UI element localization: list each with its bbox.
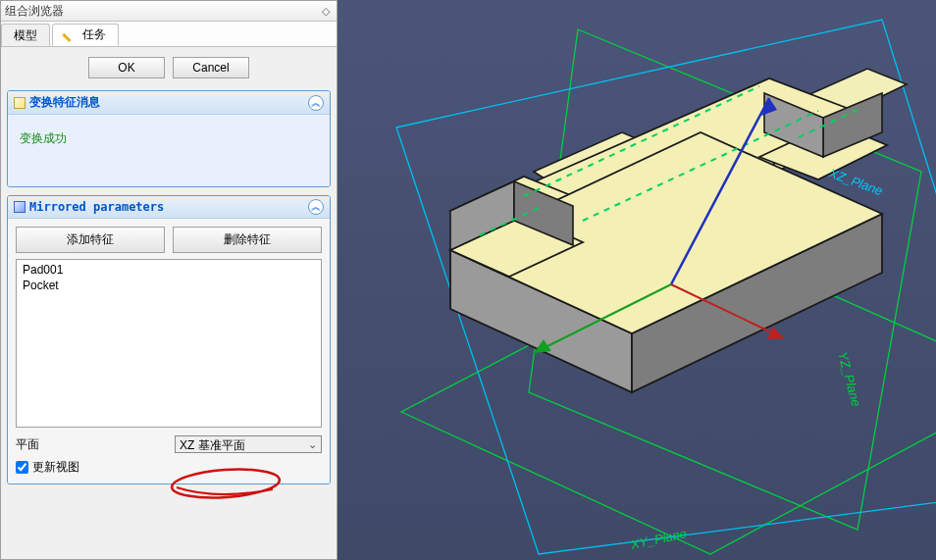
mirrored-params-body: 添加特征 删除特征 Pad001 Pocket 平面 XZ 基准平面 更新视图 [8, 219, 330, 484]
transform-message-group: 变换特征消息 ︽ 变换成功 [7, 90, 331, 187]
transform-message-body: 变换成功 [8, 115, 330, 186]
svg-marker-31 [767, 327, 784, 339]
transform-message-header[interactable]: 变换特征消息 ︽ [8, 91, 330, 115]
update-view-checkbox[interactable] [16, 461, 28, 474]
pencil-icon [62, 25, 81, 45]
tab-bar: 模型 任务 [1, 22, 337, 47]
part-body [450, 51, 887, 392]
list-item[interactable]: Pad001 [19, 262, 319, 278]
dialog-buttons: OK Cancel [7, 57, 331, 78]
cancel-button[interactable]: Cancel [173, 57, 249, 78]
update-view-label: 更新视图 [32, 459, 79, 476]
info-icon [14, 97, 26, 109]
3d-viewport[interactable]: XY_Plane YZ_Plane XZ_Plane [338, 0, 936, 560]
plane-label: 平面 [16, 436, 169, 453]
chevron-up-icon[interactable]: ︽ [308, 95, 324, 111]
tab-task-label: 任务 [82, 26, 106, 43]
remove-feature-button[interactable]: 删除特征 [173, 227, 322, 253]
feature-listbox[interactable]: Pad001 Pocket [16, 259, 322, 428]
task-content: OK Cancel 变换特征消息 ︽ 变换成功 Mirrored paramet… [1, 47, 337, 559]
add-feature-button[interactable]: 添加特征 [16, 227, 165, 253]
mirrored-params-group: Mirrored parameters ︽ 添加特征 删除特征 Pad001 P… [7, 195, 331, 484]
mirrored-params-title: Mirrored parameters [29, 200, 164, 214]
transform-message-title: 变换特征消息 [29, 94, 100, 111]
plane-combobox[interactable]: XZ 基准平面 [175, 435, 322, 453]
tab-model[interactable]: 模型 [1, 24, 50, 46]
yz-plane-label: YZ_Plane [835, 350, 863, 408]
tab-task[interactable]: 任务 [52, 24, 119, 46]
transform-success-text: 变换成功 [16, 125, 322, 177]
ok-button[interactable]: OK [88, 57, 165, 78]
panel-header: 组合浏览器 ◇ [1, 1, 337, 22]
plane-value: XZ 基准平面 [180, 438, 245, 452]
panel-title: 组合浏览器 [5, 3, 64, 20]
tab-model-label: 模型 [14, 27, 37, 44]
mirrored-params-header[interactable]: Mirrored parameters ︽ [8, 196, 330, 219]
mirror-icon [14, 201, 26, 213]
chevron-up-icon[interactable]: ︽ [308, 199, 324, 215]
list-item[interactable]: Pocket [19, 278, 319, 293]
combo-browser-panel: 组合浏览器 ◇ 模型 任务 OK Cancel 变换特征消息 ︽ 变换成功 [0, 0, 338, 560]
undock-icon[interactable]: ◇ [319, 4, 333, 18]
3d-scene: XY_Plane YZ_Plane XZ_Plane [338, 0, 936, 560]
